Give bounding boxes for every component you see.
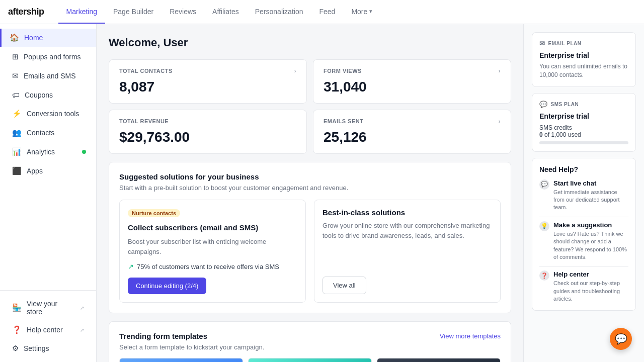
email-plan-header: ✉ EMAIL PLAN bbox=[539, 40, 628, 47]
badge-dot bbox=[82, 150, 86, 154]
help-item-suggestion[interactable]: 💡 Make a suggestion Love us? Hate us? Th… bbox=[539, 221, 628, 261]
sidebar-item-settings[interactable]: ⚙ Settings bbox=[4, 339, 92, 357]
help-circle-icon: ❓ bbox=[12, 325, 22, 334]
template-card-blue[interactable] bbox=[119, 358, 243, 362]
template-grid bbox=[119, 358, 501, 362]
solution-nurture: Nurture contacts Collect subscribers (em… bbox=[119, 200, 306, 303]
nav-tab-pagebuilder[interactable]: Page Builder bbox=[105, 0, 162, 24]
apps-icon: ⬛ bbox=[12, 166, 22, 175]
stat-card-contacts[interactable]: TOTAL CONTACTS › 8,087 bbox=[109, 59, 307, 104]
stat-card-formviews[interactable]: FORM VIEWS › 31,040 bbox=[313, 59, 511, 104]
solution-bestinclass: Best-in-class solutions Grow your online… bbox=[314, 200, 501, 303]
sidebar-item-emails[interactable]: ✉ Emails and SMS bbox=[4, 67, 92, 85]
suggestion-desc: Love us? Hate us? Think we should change… bbox=[553, 230, 628, 261]
trending-subtitle: Select a form template to kickstart your… bbox=[119, 343, 501, 351]
sidebar-item-apps[interactable]: ⬛ Apps bbox=[4, 162, 92, 180]
stat-label: TOTAL REVENUE bbox=[119, 118, 296, 124]
sidebar-item-contacts[interactable]: 👥 Contacts bbox=[4, 124, 92, 142]
helpcenter-icon: ❓ bbox=[539, 270, 549, 281]
main-content: Welcome, User TOTAL CONTACTS › 8,087 FOR… bbox=[97, 24, 523, 362]
nav-tab-affiliates[interactable]: Affiliates bbox=[204, 0, 247, 24]
mail-icon: ✉ bbox=[12, 71, 19, 80]
sms-plan-header: 💬 SMS PLAN bbox=[539, 101, 628, 108]
view-more-templates-link[interactable]: View more templates bbox=[440, 332, 501, 340]
solutions-title: Suggested solutions for your business bbox=[119, 172, 501, 181]
sidebar-item-popups[interactable]: ⊞ Popups and forms bbox=[4, 48, 92, 66]
logo[interactable]: aftership bbox=[8, 7, 44, 17]
stat-value: 25,126 bbox=[324, 129, 501, 145]
email-icon: ✉ bbox=[539, 40, 545, 47]
grid-icon: ⊞ bbox=[12, 52, 19, 61]
store-icon: 🏪 bbox=[12, 303, 22, 312]
sms-progress-bar bbox=[539, 141, 628, 144]
suggestion-title: Make a suggestion bbox=[553, 221, 628, 229]
tag-icon: 🏷 bbox=[12, 90, 20, 99]
home-icon: 🏠 bbox=[10, 33, 19, 42]
trending-title: Trending form templates bbox=[119, 332, 207, 340]
stat-card-emailssent[interactable]: EMAILS SENT › 25,126 bbox=[313, 110, 511, 154]
sms-plan-card: 💬 SMS PLAN Enterprise trial SMS credits … bbox=[532, 93, 636, 152]
stat-value: 8,087 bbox=[119, 79, 296, 95]
template-card-dark[interactable] bbox=[377, 358, 501, 362]
template-card-teal[interactable] bbox=[248, 358, 372, 362]
external-link-icon: ↗ bbox=[80, 305, 84, 311]
nav-tab-feed[interactable]: Feed bbox=[311, 0, 343, 24]
stats-grid: TOTAL CONTACTS › 8,087 FORM VIEWS › 31,0… bbox=[109, 59, 511, 154]
chat-fab-icon: 💬 bbox=[615, 333, 627, 345]
nav-tab-reviews[interactable]: Reviews bbox=[162, 0, 204, 24]
solution-left-desc: Boost your subscriber list with enticing… bbox=[128, 237, 297, 256]
chevron-down-icon: ▾ bbox=[369, 8, 372, 15]
solution-left-title: Collect subscribers (email and SMS) bbox=[128, 222, 297, 233]
top-nav: aftership Marketing Page Builder Reviews… bbox=[0, 0, 644, 24]
settings-icon: ⚙ bbox=[12, 344, 19, 353]
chat-fab[interactable]: 💬 bbox=[610, 328, 632, 350]
nav-tab-personalization[interactable]: Personalization bbox=[247, 0, 311, 24]
sms-icon: 💬 bbox=[539, 101, 548, 108]
sidebar-item-coupons[interactable]: 🏷 Coupons bbox=[4, 86, 92, 104]
chevron-right-icon: › bbox=[294, 68, 296, 74]
page-title: Welcome, User bbox=[109, 36, 511, 49]
help-item-livechat[interactable]: 💬 Start live chat Get immediate assistan… bbox=[539, 179, 628, 212]
stat-value: $29,763.00 bbox=[119, 129, 296, 145]
helpcenter-title: Help center bbox=[553, 270, 628, 278]
sms-plan-name: Enterprise trial bbox=[539, 112, 628, 120]
continue-editing-button[interactable]: Continue editing (2/4) bbox=[128, 278, 206, 294]
trending-up-icon: ↗ bbox=[128, 262, 134, 270]
livechat-title: Start live chat bbox=[553, 179, 628, 187]
stat-value: 31,040 bbox=[324, 79, 501, 95]
help-title: Need Help? bbox=[539, 165, 628, 173]
livechat-desc: Get immediate assistance from our dedica… bbox=[553, 189, 628, 212]
solution-right-title: Best-in-class solutions bbox=[323, 208, 492, 217]
solution-stat: ↗ 75% of customers want to receive offer… bbox=[128, 262, 297, 270]
solutions-subtitle: Start with a pre-built solution to boost… bbox=[119, 184, 501, 192]
sidebar-item-helpcenter[interactable]: ❓ Help center ↗ bbox=[4, 321, 92, 339]
nav-tab-marketing[interactable]: Marketing bbox=[58, 0, 105, 24]
stat-label: EMAILS SENT › bbox=[324, 118, 501, 124]
help-item-helpcenter[interactable]: ❓ Help center Check out our step-by-step… bbox=[539, 270, 628, 303]
view-all-button[interactable]: View all bbox=[323, 277, 366, 294]
help-card: Need Help? 💬 Start live chat Get immedia… bbox=[532, 158, 636, 311]
solutions-card: Suggested solutions for your business St… bbox=[109, 162, 511, 313]
chevron-right-icon: › bbox=[499, 68, 501, 74]
sidebar-item-home[interactable]: 🏠 Home bbox=[0, 29, 96, 47]
stat-card-revenue[interactable]: TOTAL REVENUE $29,763.00 bbox=[109, 110, 307, 154]
sidebar: 🏠 Home ⊞ Popups and forms ✉ Emails and S… bbox=[0, 24, 97, 362]
stat-label: FORM VIEWS › bbox=[324, 68, 501, 74]
sidebar-item-conversion[interactable]: ⚡ Conversion tools bbox=[4, 105, 92, 123]
trending-section: Trending form templates View more templa… bbox=[109, 321, 511, 362]
suggestion-icon: 💡 bbox=[539, 221, 549, 231]
sms-credits-label: SMS credits 0 of 1,000 used bbox=[539, 124, 628, 138]
stat-label: TOTAL CONTACTS › bbox=[119, 68, 296, 74]
trending-header: Trending form templates View more templa… bbox=[119, 332, 501, 340]
email-plan-name: Enterprise trial bbox=[539, 51, 628, 59]
sidebar-item-analytics[interactable]: 📊 Analytics bbox=[4, 143, 92, 161]
nurture-badge: Nurture contacts bbox=[128, 209, 180, 217]
zap-icon: ⚡ bbox=[12, 109, 22, 118]
solutions-grid: Nurture contacts Collect subscribers (em… bbox=[119, 200, 501, 303]
nav-tab-more[interactable]: More ▾ bbox=[343, 0, 380, 24]
chevron-right-icon: › bbox=[499, 118, 501, 124]
external-link-icon: ↗ bbox=[80, 327, 84, 333]
nav-tabs: Marketing Page Builder Reviews Affiliate… bbox=[58, 0, 381, 24]
sidebar-item-viewstore[interactable]: 🏪 View your store ↗ bbox=[4, 295, 92, 320]
helpcenter-desc: Check out our step-by-step guides and tr… bbox=[553, 280, 628, 303]
